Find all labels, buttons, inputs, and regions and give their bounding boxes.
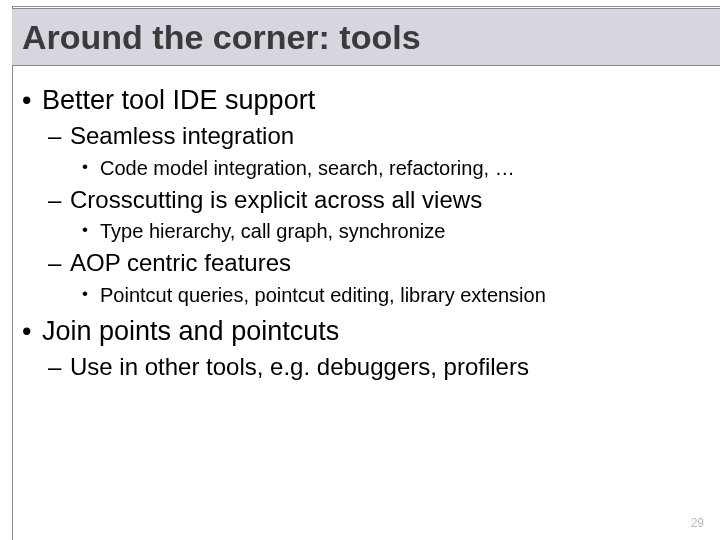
- template-top-line: [12, 6, 720, 7]
- bullet-l1: Better tool IDE support Seamless integra…: [42, 82, 700, 309]
- bullet-l3: Code model integration, search, refactor…: [100, 155, 700, 182]
- page-number: 29: [691, 516, 704, 530]
- bullet-l3: Type hierarchy, call graph, synchronize: [100, 218, 700, 245]
- title-bar: Around the corner: tools: [12, 8, 720, 66]
- bullet-text: Pointcut queries, pointcut editing, libr…: [100, 284, 546, 306]
- bullet-l2: Seamless integration Code model integrat…: [70, 120, 700, 181]
- bullet-text: Code model integration, search, refactor…: [100, 157, 515, 179]
- slide-content: Better tool IDE support Seamless integra…: [20, 78, 700, 385]
- bullet-text: Use in other tools, e.g. debuggers, prof…: [70, 353, 529, 380]
- bullet-l2: Use in other tools, e.g. debuggers, prof…: [70, 351, 700, 383]
- bullet-text: Seamless integration: [70, 122, 294, 149]
- bullet-l1: Join points and pointcuts Use in other t…: [42, 313, 700, 384]
- bullet-l2: AOP centric features Pointcut queries, p…: [70, 247, 700, 308]
- bullet-text: Type hierarchy, call graph, synchronize: [100, 220, 445, 242]
- bullet-l3: Pointcut queries, pointcut editing, libr…: [100, 282, 700, 309]
- bullet-text: Join points and pointcuts: [42, 316, 339, 346]
- slide-title: Around the corner: tools: [22, 18, 421, 57]
- slide: Around the corner: tools Better tool IDE…: [0, 0, 720, 540]
- template-left-line: [12, 6, 13, 540]
- bullet-text: Better tool IDE support: [42, 85, 315, 115]
- bullet-text: AOP centric features: [70, 249, 291, 276]
- bullet-text: Crosscutting is explicit across all view…: [70, 186, 482, 213]
- bullet-l2: Crosscutting is explicit across all view…: [70, 184, 700, 245]
